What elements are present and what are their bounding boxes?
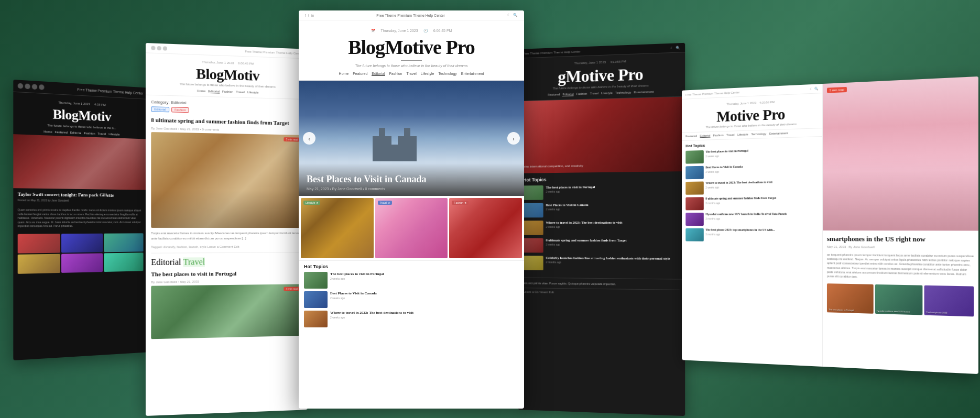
social-icon-f: f xyxy=(305,14,306,17)
nav-4: Featured Editorial Fashion Travel Lifest… xyxy=(523,90,680,97)
moon-icon-5[interactable]: ☾ xyxy=(810,87,812,91)
ht-meta-3-2: 2 weeks ago xyxy=(330,296,519,300)
nav-featured-5[interactable]: Featured xyxy=(685,135,697,138)
article1-badge: 5 min read xyxy=(284,137,300,141)
hot-topics-4: Hot Topics The best places to visit in P… xyxy=(518,171,685,279)
card5-hero-meta: May 21, 2023 · By Jane Goodwell xyxy=(827,245,974,249)
tag-editorial-2[interactable]: Editorial xyxy=(151,258,181,268)
site-title-4: gMotive Pro xyxy=(523,64,680,86)
hot-topics-5: Hot Topics The best places to visit in P… xyxy=(682,137,822,248)
nav-fashion-5[interactable]: Fashion xyxy=(713,134,724,137)
ht-meta-4-1: 2 weeks ago xyxy=(546,190,595,194)
nav-travel[interactable]: Travel xyxy=(236,90,244,94)
clock-icon: 🕐 xyxy=(423,29,428,33)
time-3: 6:06:45 PM xyxy=(433,29,452,33)
card-center-main: f t in Free Theme Premium Theme Help Cen… xyxy=(299,10,524,409)
ht-title-4-5: Celebrity launches fashion line attracti… xyxy=(546,256,670,261)
nav-travel[interactable]: Travel xyxy=(97,132,106,136)
thumb-fashion xyxy=(449,198,522,258)
nav-fashion[interactable]: Fashion xyxy=(222,90,233,94)
nav-editorial-4[interactable]: Editorial xyxy=(562,92,573,96)
nav-travel-5[interactable]: Travel xyxy=(726,133,734,137)
nav-technology-5[interactable]: Technology xyxy=(751,132,766,136)
nav-editorial-5[interactable]: Editorial xyxy=(700,134,710,138)
nav-home-3[interactable]: Home xyxy=(339,72,349,76)
nav-lifestyle-5[interactable]: Lifestyle xyxy=(737,133,748,137)
nav-entertainment-3[interactable]: Entertainment xyxy=(461,72,484,76)
ht-item-5-2: Best Places to Visit in Canada 2 weeks a… xyxy=(685,163,818,179)
hero-arrow-right[interactable]: › xyxy=(507,132,520,145)
hero-meta-1: Posted on May 21, 2023 by Jane Goodwell xyxy=(18,199,144,203)
ht-title-5-2: Best Places to Visit in Canada xyxy=(705,165,743,170)
ht-thumb-4-1 xyxy=(523,185,543,200)
nav-technology-3[interactable]: Technology xyxy=(438,72,456,76)
ht-item-4-1: The best places to visit in Portugal 2 w… xyxy=(523,184,680,200)
nav-lifestyle-4[interactable]: Lifestyle xyxy=(601,91,613,95)
search-icon-4[interactable]: 🔍 xyxy=(676,46,680,49)
nav-featured-4[interactable]: Featured xyxy=(548,93,560,97)
hero-arrow-left[interactable]: ‹ xyxy=(303,132,315,145)
ht-thumb-4-2 xyxy=(523,203,543,218)
tag-travel-2[interactable]: Travel xyxy=(183,258,205,267)
nav-lifestyle-3[interactable]: Lifestyle xyxy=(421,72,434,76)
nav-fashion-4[interactable]: Fashion xyxy=(576,92,587,96)
body-text-4: eos orci primis vitae. Fusce sagittis. Q… xyxy=(523,281,680,287)
card5-right-panel: 5 min read smartphones in the US right n… xyxy=(823,76,978,374)
ht-info-5-5: Hyundai confirms new SUV launch in India… xyxy=(705,212,786,220)
nav-featured-3[interactable]: Featured xyxy=(353,72,367,76)
nav-featured[interactable]: Featured xyxy=(55,130,68,134)
nav-editorial-active[interactable]: Editorial xyxy=(208,90,220,94)
nav-home[interactable]: Home xyxy=(43,130,52,134)
ht-info-5-2: Best Places to Visit in Canada 2 weeks a… xyxy=(705,165,743,173)
nav-technology-4[interactable]: Technology xyxy=(615,91,631,95)
ht-thumb-3-3 xyxy=(304,311,328,327)
hero-caption-1: Taylor Swift concert tonight: Fans pack … xyxy=(13,188,147,206)
hero-img-1 xyxy=(13,134,147,190)
nav-travel-4[interactable]: Travel xyxy=(590,92,598,95)
hot-topics-title-3: Hot Topics xyxy=(304,264,519,269)
moon-icon[interactable]: ☾ xyxy=(507,13,510,17)
card5-hero-badge: 5 min read xyxy=(827,87,847,93)
ht-thumb-5-1 xyxy=(685,150,703,164)
social-icon-t: t xyxy=(308,14,309,17)
body-text-1: Quam senectus orci primis nostra mi dapi… xyxy=(13,205,147,232)
body-text-section-4: eos orci primis vitae. Fusce sagittis. Q… xyxy=(518,277,685,299)
thumb-food xyxy=(301,198,374,258)
topbar-4-icons: ☾ 🔍 xyxy=(670,46,679,50)
nav-fashion-3[interactable]: Fashion xyxy=(389,72,402,76)
card-center-right: Free Theme Premium Theme Help Center ☾ 🔍… xyxy=(518,43,685,416)
moon-icon-4[interactable]: ☾ xyxy=(670,46,673,50)
nav-lifestyle[interactable]: Lifestyle xyxy=(108,133,119,136)
search-icon[interactable]: 🔍 xyxy=(513,13,518,17)
ht-item-3-2: Best Places to Visit in Canada 2 weeks a… xyxy=(304,291,519,308)
nav-entertainment-4[interactable]: Entertainment xyxy=(634,90,654,94)
ht-item-5-5: Hyundai confirms new SUV launch in India… xyxy=(685,212,818,226)
tag-editorial[interactable]: Editorial xyxy=(151,106,169,112)
hero-title-3: Best Places to Visit in Canada xyxy=(307,174,516,185)
ht-title-5-5: Hyundai confirms new SUV launch in India… xyxy=(705,212,786,216)
nav-editorial-3-active[interactable]: Editorial xyxy=(372,72,385,76)
nav-editorial[interactable]: Editorial xyxy=(70,131,82,135)
search-icon-5[interactable]: 🔍 xyxy=(814,86,818,90)
time-4: 4:12:56 PM xyxy=(610,60,626,63)
nav-entertainment-5[interactable]: Entertainment xyxy=(769,131,788,136)
topbar-links-1: Free Theme Premium Theme Help Center xyxy=(77,87,143,95)
topbar-3-right: ☾ 🔍 xyxy=(507,13,518,17)
article2-badge: 4 min read xyxy=(284,287,300,291)
nav-lifestyle[interactable]: Lifestyle xyxy=(247,91,258,95)
nav-fashion[interactable]: Fashion xyxy=(84,131,95,135)
ht-thumb-5-4 xyxy=(685,197,703,210)
nav-travel-3[interactable]: Travel xyxy=(407,72,417,76)
leave-comment-4[interactable]: Leave a Comment Edit xyxy=(523,288,680,295)
social-icon xyxy=(163,46,167,50)
tag-fashion[interactable]: Fashion xyxy=(171,107,189,113)
nav-home[interactable]: Home xyxy=(197,89,205,93)
grid-img-2 xyxy=(61,234,103,253)
ht-meta-4-4: 2 weeks ago xyxy=(546,243,627,246)
ht-info-3-3: Where to travel in 2023: The best destin… xyxy=(330,311,519,319)
hero-meta-3: May 21, 2023 • By Jane Goodwell • 0 comm… xyxy=(307,187,516,191)
hero-img-4 xyxy=(518,97,685,173)
card5-left-panel: Free Theme Premium Theme Help Center ☾ 🔍… xyxy=(682,84,823,367)
ht-title-3-3: Where to travel in 2023: The best destin… xyxy=(330,311,519,315)
ht-meta-5-6: 2 months ago xyxy=(705,233,775,236)
